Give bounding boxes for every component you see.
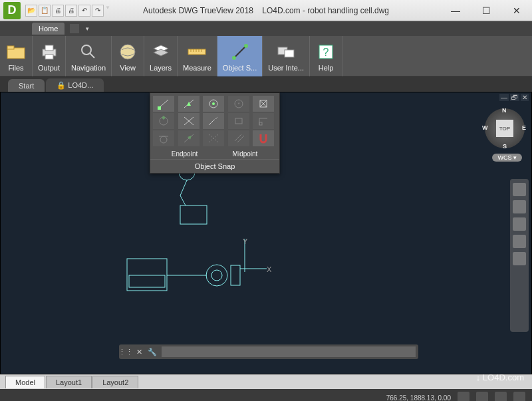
viewport-minimize-icon[interactable]: — (499, 94, 509, 101)
qat-redo-icon[interactable]: ↷ (92, 5, 104, 17)
snap-extension-icon[interactable] (203, 113, 224, 129)
snap-intersection-icon[interactable] (178, 113, 200, 129)
svg-rect-41 (259, 122, 262, 125)
nav-show-icon[interactable] (513, 252, 526, 265)
snap-quadrant-icon[interactable] (153, 113, 174, 129)
ribbon-label: User Inte... (268, 64, 304, 72)
status-menu-icon[interactable] (513, 392, 525, 401)
viewcube-n[interactable]: N (502, 107, 507, 114)
viewcube-w[interactable]: W (482, 124, 488, 131)
command-input[interactable] (162, 346, 416, 357)
qat-print1-icon[interactable]: 🖨 (52, 5, 64, 17)
ribbon-tab-strip: Home ▼ (0, 21, 532, 36)
qat-undo-icon[interactable]: ↶ (78, 5, 90, 17)
ribbon-mini-icon[interactable] (70, 24, 79, 33)
status-settings-icon[interactable] (495, 392, 507, 401)
snap-endpoint-icon[interactable] (153, 96, 174, 112)
ribbon-panel-navigation[interactable]: Navigation (66, 36, 112, 76)
svg-line-39 (213, 117, 218, 120)
ribbon-panel-view[interactable]: View (112, 36, 144, 76)
qat-dropdown-icon[interactable]: ▼ (105, 5, 110, 17)
qat-open-icon[interactable]: 📂 (25, 5, 37, 17)
layers-icon (150, 41, 172, 63)
svg-marker-35 (162, 116, 166, 120)
snap-panel-title: Object Snap (150, 159, 279, 173)
nav-orbit-icon[interactable] (513, 235, 526, 248)
maximize-button[interactable]: ☐ (471, 1, 501, 21)
status-bar: 766.25, 1888.13, 0.00 (0, 389, 532, 401)
ribbon-label: Object S... (223, 64, 257, 72)
svg-text:*: * (237, 101, 239, 107)
ribbon-dropdown-icon[interactable]: ▼ (84, 26, 90, 32)
magnifier-icon (78, 41, 99, 63)
snap-label-midpoint: Midpoint (216, 150, 274, 158)
nav-zoom-icon[interactable] (513, 217, 526, 231)
minimize-button[interactable]: — (440, 1, 471, 21)
status-snap-icon[interactable] (476, 392, 488, 401)
snap-node-icon[interactable] (253, 96, 274, 112)
close-button[interactable]: ✕ (501, 1, 532, 21)
svg-point-28 (212, 102, 215, 105)
snap-nearest-icon[interactable] (178, 130, 200, 146)
ribbon-panel-measure[interactable]: Measure (178, 36, 217, 76)
ribbon-label: Help (319, 64, 334, 72)
snap-tangent-icon[interactable] (153, 130, 174, 146)
snap-center-icon[interactable] (203, 96, 224, 112)
axis-x-label: X (267, 265, 271, 273)
wcs-badge[interactable]: WCS ▾ (492, 154, 522, 162)
snap-parallel-icon[interactable] (228, 130, 249, 146)
drawing-canvas[interactable]: — 🗗 ✕ * Endpoint Midpoint Object Snap (0, 92, 532, 374)
svg-point-63 (206, 265, 227, 286)
ribbon-panel-object-snap[interactable]: Object S... (217, 36, 263, 76)
viewcube-s[interactable]: S (503, 143, 507, 150)
axis-y-label: Y (243, 237, 247, 245)
nav-pan-icon[interactable] (513, 200, 526, 213)
app-logo-icon[interactable]: D (3, 2, 21, 19)
svg-point-42 (160, 136, 167, 143)
ribbon-panel-help[interactable]: ?Help (310, 36, 342, 76)
viewcube-e[interactable]: E (522, 124, 526, 131)
command-line[interactable]: ⋮⋮ ✕ 🔧 (119, 344, 418, 359)
ribbon-label: Layers (150, 64, 172, 72)
svg-point-64 (211, 270, 222, 281)
viewcube[interactable]: TOP N S E W (485, 108, 525, 148)
viewport-restore-icon[interactable]: 🗗 (510, 94, 519, 101)
svg-rect-40 (235, 118, 242, 124)
cmdline-handle-icon[interactable]: ⋮⋮ (119, 346, 132, 358)
globe-icon (117, 41, 138, 63)
ribbon-panel-output[interactable]: Output (33, 36, 66, 76)
ribbon-panel-user-interface[interactable]: User Inte... (263, 36, 310, 76)
ribbon-tab-home[interactable]: Home (32, 23, 65, 35)
layout-tab-layout1[interactable]: Layout1 (46, 376, 92, 388)
cmdline-wrench-icon[interactable]: 🔧 (146, 346, 159, 358)
layout-tab-layout2[interactable]: Layout2 (92, 376, 138, 388)
watermark: ↓ LO4D.com (476, 372, 524, 382)
layout-tab-model[interactable]: Model (5, 376, 45, 388)
snap-magnet-icon[interactable] (253, 130, 274, 146)
svg-line-47 (209, 134, 218, 142)
doc-tab-file[interactable]: 🔒 LO4D... (46, 78, 104, 92)
cmdline-close-icon[interactable]: ✕ (132, 346, 146, 358)
viewcube-face[interactable]: TOP (496, 120, 513, 137)
snap-insertion-icon[interactable] (228, 113, 249, 129)
doc-tab-start[interactable]: Start (8, 79, 45, 92)
ribbon-panel-layers[interactable]: Layers (144, 36, 178, 76)
snap-perpendicular-icon[interactable] (253, 113, 274, 129)
svg-line-16 (234, 46, 246, 58)
ribbon-panel-files[interactable]: Files (0, 36, 33, 76)
svg-line-6 (90, 53, 94, 58)
viewport-close-icon[interactable]: ✕ (521, 94, 529, 101)
ribbon-label: Files (8, 64, 23, 72)
snap-midpoint-icon[interactable] (178, 96, 200, 112)
printer-icon (39, 41, 60, 63)
svg-rect-65 (231, 265, 240, 285)
status-grid-icon[interactable] (458, 392, 469, 401)
qat-print2-icon[interactable]: 🖨 (65, 5, 77, 17)
ribbon: Files Output Navigation View Layers Meas… (0, 36, 532, 77)
qat-copy-icon[interactable]: 📋 (39, 5, 51, 17)
nav-wheel-icon[interactable] (513, 183, 526, 196)
svg-rect-24 (158, 106, 161, 110)
snap-apparent-icon[interactable] (203, 130, 224, 146)
snap-geocenter-icon[interactable]: * (228, 96, 249, 112)
svg-rect-60 (127, 259, 167, 291)
